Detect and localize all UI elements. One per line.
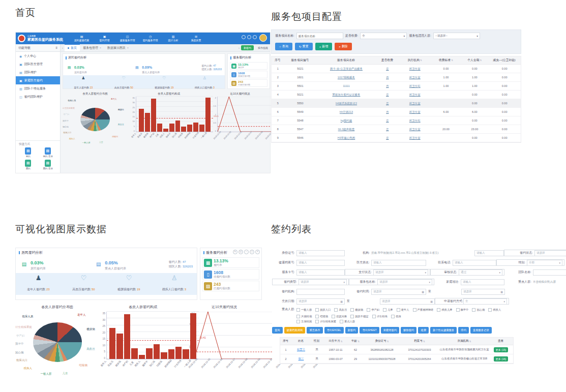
top-nav-item[interactable]: ⊞ 系统设置 [185, 35, 207, 42]
table-row[interactable]: 1 5021 两卡-后-公卫某协产品服务 是 村卫生室 0.00 0.00 [272, 65, 521, 73]
action-button[interactable]: 导出EXCEL [324, 327, 344, 334]
table-header-cell[interactable]: 性别 [311, 339, 323, 343]
crowd-checkbox[interactable]: 孕产妇 [367, 307, 379, 312]
tab-scroll-right-icon[interactable]: › [237, 44, 241, 51]
top-nav-item[interactable]: ◫ 健康服务管理 [116, 35, 139, 42]
field-box[interactable]: 通过▾ [459, 269, 502, 276]
shortcut-item[interactable]: ▤ 履约 [19, 160, 38, 170]
field-box[interactable]: 请选择▾ [534, 250, 566, 256]
table-header-cell[interactable]: 序号 [272, 58, 284, 63]
field-box[interactable]: 请输入 [453, 260, 496, 266]
top-nav-item[interactable]: ▤ 居民健康档案 [70, 35, 93, 42]
table-header-cell[interactable]: 个人金额 ⇅ [461, 58, 488, 63]
form-field[interactable]: 服务卡号: 请输入 [272, 269, 345, 276]
group-stat-item[interactable]: ♙ 残疾人口签约数 3 [185, 75, 225, 88]
crowd-checkbox[interactable]: 冠心病 [472, 307, 485, 312]
panel-control-icon[interactable]: × [255, 250, 260, 254]
form-field[interactable]: 签约时间: 请选择▦ [345, 289, 426, 295]
form-field[interactable]: 服务包名称: 请选择▾ [349, 279, 434, 285]
action-button[interactable]: 健康档案调阅 [284, 327, 306, 334]
top-nav-item[interactable]: ◷ 签约服务管理 [139, 35, 162, 42]
form-field[interactable]: 审核状态: 通过▾ [430, 269, 504, 276]
form-field[interactable]: 请选择▦ [435, 289, 505, 295]
crowd-checkbox[interactable]: 结核病 [315, 314, 328, 319]
panel-control-icon[interactable]: ↻ [233, 250, 237, 254]
form-field[interactable]: 性别: 全部▾ [496, 259, 564, 266]
table-row[interactable]: 5 5550 h4测试系统验证2 是 村卫生室 0.00 [272, 99, 521, 108]
resident-name-link[interactable]: 张三 [291, 357, 311, 360]
form-field[interactable]: 机构: 济南.市中医院(有2.市2).xxx.市2.山东省立医院(-3.省立) [345, 250, 471, 256]
action-button[interactable]: 新个性化健康服务 [430, 327, 457, 334]
quick-sign-button[interactable]: 新签约 [241, 45, 254, 50]
table-header-cell[interactable]: 档案号 ⇅ [401, 339, 438, 343]
field-box[interactable]: 请选择▦ [296, 298, 345, 305]
top-nav-item[interactable]: ▣ 签约管理 [93, 35, 116, 42]
guide-button[interactable]: 操作指南 [256, 45, 270, 50]
form-field[interactable]: 生效日期: 请选择▦ [272, 298, 345, 305]
window-control-icon[interactable] [247, 35, 251, 39]
tab-close-icon[interactable]: × [127, 46, 129, 49]
tab-home[interactable]: 首页 [65, 44, 80, 51]
table-row[interactable]: 3 5501 11111 否 村卫生站 1.00 1.00 [272, 82, 521, 91]
crowd-checkbox[interactable]: 儿童 [383, 307, 393, 312]
group-stat-item[interactable]: ♟ 老年人签约数 23 [16, 273, 61, 295]
panel-control-icon[interactable]: ▢ [250, 250, 254, 254]
sidebar-item[interactable]: ▣ 家庭医生签约 [16, 76, 60, 84]
crowd-checkbox[interactable]: 老年人 [397, 307, 409, 312]
form-field[interactable]: 至 [345, 299, 353, 304]
table-row[interactable]: 6 5549 hh空调213 否 村卫生室 6.00 6.00 [272, 108, 521, 116]
table-header-cell[interactable]: 服务项目编号 [284, 58, 317, 63]
crowd-checkbox[interactable]: 计生特殊家庭 [315, 319, 336, 324]
field-box[interactable]: 不含特殊(0类)人群 [533, 279, 566, 285]
tab-scroll-left-icon[interactable]: ‹ [61, 44, 65, 51]
action-button[interactable]: ○ 查询 [275, 43, 292, 50]
table-header-cell[interactable]: 是否收费 [376, 58, 399, 63]
field-box[interactable]: 请输入 [296, 269, 345, 276]
form-field[interactable]: 支付状态: 请选择▾ [345, 269, 430, 276]
user-avatar[interactable] [259, 34, 267, 42]
window-control-icon[interactable] [242, 35, 246, 39]
resident-name-link[interactable]: 桂芝兰 [291, 348, 311, 351]
panel-control-icon[interactable]: − [244, 250, 249, 254]
crowd-checkbox[interactable]: 糖尿病 [350, 307, 363, 312]
crowd-checkbox[interactable]: 优抚对象 [332, 314, 347, 319]
more-button[interactable]: 更多 (16) [494, 356, 508, 361]
table-header-cell[interactable]: 身份证号 ⇅ [363, 339, 401, 343]
crowd-checkbox[interactable]: 残疾人 [488, 307, 501, 312]
form-field[interactable]: 签约状态: 请选择▾ [504, 250, 566, 256]
crowd-checkbox[interactable]: 一般人群 [296, 307, 312, 312]
field-box[interactable]: 请输入 [461, 279, 504, 285]
field-box[interactable]: 请输入 [296, 260, 345, 266]
crowd-select[interactable]: --请选择--▾ [433, 33, 480, 39]
action-button[interactable]: 查询 [272, 327, 283, 334]
crowd-checkbox[interactable]: 计生特殊 [372, 314, 388, 319]
action-button[interactable]: 停约 [458, 327, 469, 334]
table-row[interactable]: 1 桂芝兰 男 1957-10-11 62 362899181082128 37… [280, 345, 513, 354]
form-field[interactable]: 申请签约方式: 全▾ [435, 298, 509, 305]
field-box[interactable] [296, 289, 345, 295]
table-header-cell[interactable]: 所属机构 ⇅ [438, 339, 491, 343]
table-row[interactable]: 7 5548 hg预约规 是 村卫生站 0.00 [272, 116, 521, 125]
menu-icon[interactable]: ≡ [55, 46, 57, 49]
group-stat-item[interactable]: ♙ 残疾人口签约数 3 [152, 273, 197, 295]
shortcut-item[interactable]: ▤ 签约 [19, 147, 38, 158]
group-stat-item[interactable]: ♡ 糖尿病签约数 19 [106, 273, 152, 295]
tab-item[interactable]: 服务包管理 × [80, 44, 104, 51]
fee-select[interactable]: 全▾ [360, 33, 407, 39]
table-header-cell[interactable]: 减免—(公卫补助) [488, 58, 521, 63]
crowd-checkbox[interactable]: 严重精神障碍 [413, 307, 434, 312]
table-header-cell[interactable]: 序号 [280, 339, 291, 343]
form-field[interactable]: 签约机构: [272, 289, 345, 295]
action-button[interactable]: 退费 [418, 327, 429, 334]
action-button[interactable]: + 新增 [315, 43, 333, 50]
form-field[interactable]: 至 [426, 289, 435, 294]
table-header-cell[interactable]: 姓名 [291, 339, 311, 343]
field-box[interactable]: 请输入 [474, 250, 504, 256]
shortcut-item[interactable]: ▤ 签约·查体 [39, 147, 57, 158]
table-header-cell[interactable]: 年龄 ⇅ [348, 339, 363, 343]
table-row[interactable]: 4 5021 家庭医生签约认证服务 是 村卫生室 0.00 [272, 91, 521, 99]
field-box[interactable]: 请选择▦ [371, 289, 426, 295]
crowd-checkbox[interactable]: 脱贫人口 [315, 307, 331, 312]
action-button[interactable]: × 删除 [335, 43, 352, 50]
crowd-checkbox[interactable]: 脱贫不稳定 [350, 314, 368, 319]
